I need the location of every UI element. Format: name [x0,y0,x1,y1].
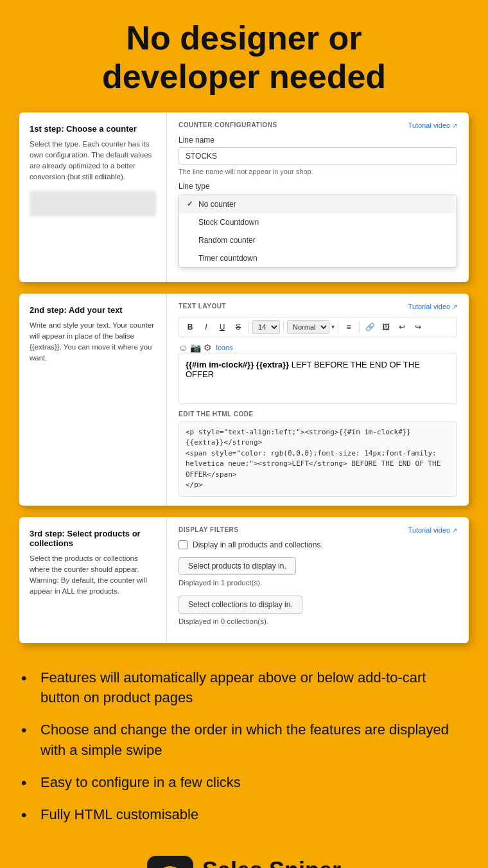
editor-strong-text: {{#im im-clock#}} {{extra}} [186,360,289,369]
card-step3: 3rd step: Select products or collections… [19,517,469,643]
text-toolbar: B I U S 14 Normal ▾ ≡ 🔗 🖼 ↩ ↪ [179,317,457,337]
card1-tutorial-link[interactable]: Tutorial video [408,121,457,129]
bold-button[interactable]: B [183,320,197,334]
separator2 [283,321,284,333]
font-size-select[interactable]: 14 [252,320,280,334]
card1-blur-placeholder [30,191,156,217]
check-icon: ✓ [187,200,195,208]
select-collections-button[interactable]: Select collections to display in. [179,596,302,614]
line-name-label: Line name [179,136,457,145]
card2-section-title: TEXT LAYOUT [179,303,226,310]
card3-section-title: DISPLAY FILTERS [179,526,238,533]
line-type-label: Line type [179,182,457,191]
font-style-select[interactable]: Normal [287,320,329,334]
card2-tutorial-link[interactable]: Tutorial video [408,303,457,310]
brand-logo-icon [155,864,186,868]
undo-button[interactable]: ↩ [395,320,409,334]
align-left-button[interactable]: ≡ [342,320,356,334]
icons-label[interactable]: Icons [216,344,232,351]
line-name-input[interactable] [179,147,457,165]
separator3 [338,321,338,333]
dropdown-item-no-counter[interactable]: ✓ No counter [179,195,457,213]
card2-description: Write and style your text. Your counter … [30,320,156,364]
card2-section-header: TEXT LAYOUT Tutorial video [179,303,457,310]
underline-button[interactable]: U [215,320,229,334]
logo-text-area: Sales Sniper by WALTT [202,859,341,868]
line-name-hint: The line name will not appear in your sh… [179,168,457,175]
footer-logo: Sales Sniper by WALTT [0,846,488,868]
card-step2: 2nd step: Add your text Write and style … [19,294,469,506]
card3-left: 3rd step: Select products or collections… [19,517,167,643]
card3-section-header: DISPLAY FILTERS Tutorial video [179,526,457,534]
select-products-button[interactable]: Select products to display in. [179,557,296,575]
card2-left: 2nd step: Add your text Write and style … [19,294,167,506]
html-code-label: EDIT THE HTML CODE [179,411,457,418]
card-step1: 1st step: Choose a counter Select the ty… [19,112,469,282]
page-title: No designer or developer needed [0,0,488,112]
redo-button[interactable]: ↪ [411,320,425,334]
feature-item-4: Fully HTML customisable [35,804,462,825]
line-type-dropdown[interactable]: ✓ No counter Stock Countdown Random coun… [179,195,457,268]
feature-item-3: Easy to configure in a few clicks [35,772,462,793]
strikethrough-button[interactable]: S [231,320,245,334]
card1-section-title: COUNTER CONFIGURATIONS [179,121,277,128]
dropdown-item-timer-countdown[interactable]: Timer countdown [179,249,457,267]
all-products-label: Display in all products and collections. [193,540,323,549]
card1-left: 1st step: Choose a counter Select the ty… [19,112,167,282]
all-products-checkbox[interactable] [179,540,187,549]
card1-step-title: 1st step: Choose a counter [30,124,156,134]
logo-icon-container [147,856,193,868]
products-status: Displayed in 1 product(s). [179,579,457,587]
feature-item-2: Choose and change the order in which the… [35,720,462,761]
collections-status: Displayed in 0 collection(s). [179,617,457,625]
card3-tutorial-link[interactable]: Tutorial video [408,526,457,534]
dropdown-arrow-icon: ▾ [331,323,335,330]
feature-item-1: Features will automatically appear above… [35,668,462,709]
link-button[interactable]: 🔗 [363,320,377,334]
dropdown-item-random-counter[interactable]: Random counter [179,231,457,249]
card2-right: TEXT LAYOUT Tutorial video B I U S 14 No… [167,294,469,506]
card2-step-title: 2nd step: Add your text [30,305,156,315]
dropdown-item-stock-countdown[interactable]: Stock Countdown [179,213,457,231]
card1-section-header: COUNTER CONFIGURATIONS Tutorial video [179,121,457,129]
photo-icon[interactable]: 📷 [190,342,201,353]
card1-description: Select the type. Each counter has its ow… [30,139,156,183]
card3-right: DISPLAY FILTERS Tutorial video Display i… [167,517,469,643]
card1-right: COUNTER CONFIGURATIONS Tutorial video Li… [167,112,469,282]
editor-content-area[interactable]: {{#im im-clock#}} {{extra}} LEFT BEFORE … [179,353,457,404]
image-button[interactable]: 🖼 [379,320,393,334]
brand-name: Sales Sniper [202,859,341,868]
separator4 [359,321,360,333]
all-products-checkbox-row: Display in all products and collections. [179,540,457,549]
card3-step-title: 3rd step: Select products or collections [30,529,156,548]
card3-description: Select the products or collections where… [30,553,156,598]
italic-button[interactable]: I [199,320,213,334]
emoji-icon[interactable]: ☺ [179,342,187,353]
separator1 [248,321,249,333]
settings-icon[interactable]: ⚙ [204,342,212,353]
toolbar-icons-row: ☺ 📷 ⚙ Icons [179,342,457,353]
page-header: No designer or developer needed [0,0,488,112]
cards-area: 1st step: Choose a counter Select the ty… [0,112,488,643]
features-list: Features will automatically appear above… [0,655,488,846]
html-code-box[interactable]: <p style="text-align:left;"><strong>{{#i… [179,421,457,497]
